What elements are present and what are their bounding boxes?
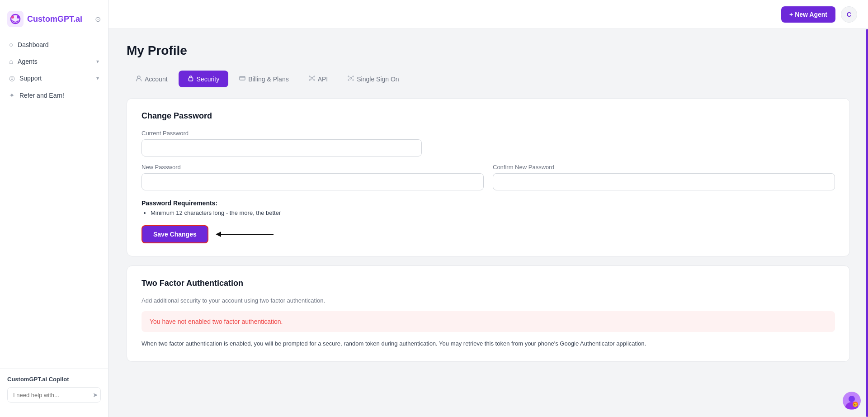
tab-api-label: API [318,76,328,83]
tab-security[interactable]: Security [179,71,229,87]
svg-line-15 [312,79,314,80]
tabs-nav: Account Security Billing [127,71,850,87]
tfa-warning-banner: You have not enabled two factor authenti… [142,311,835,332]
svg-point-24 [849,396,855,402]
sidebar-item-agents[interactable]: ⌂ Agents ▾ [0,53,108,70]
logo-icon [7,11,24,27]
dashboard-icon: ○ [9,41,13,48]
new-password-input[interactable] [142,173,484,190]
page-title: My Profile [127,43,850,58]
confirm-password-group: Confirm New Password [493,164,835,190]
change-password-title: Change Password [142,111,835,121]
tab-account-label: Account [145,76,168,83]
sidebar-item-label: Agents [18,58,38,65]
sidebar-nav: ○ Dashboard ⌂ Agents ▾ ◎ Support ▾ ✦ Ref… [0,36,108,368]
new-password-label: New Password [142,164,484,171]
sidebar-item-support[interactable]: ◎ Support ▾ [0,70,108,87]
tfa-title: Two Factor Authentication [142,279,835,288]
tab-billing[interactable]: Billing & Plans [230,71,298,87]
password-row: New Password Confirm New Password [142,164,835,190]
tab-sso-label: Single Sign On [357,76,399,83]
svg-point-18 [353,76,354,77]
refer-icon: ✦ [9,91,15,100]
user-avatar-button[interactable]: C [841,6,857,23]
logo-area[interactable]: CustomGPT.ai [7,11,82,27]
copilot-section: CustomGPT.ai Copilot ➤ [0,368,108,410]
two-factor-card: Two Factor Authentication Add additional… [127,265,850,362]
svg-point-17 [348,76,349,77]
main-content: + New Agent C My Profile Account [108,0,868,417]
sidebar-item-refer[interactable]: ✦ Refer and Earn! [0,87,108,104]
support-icon: ◎ [9,74,15,82]
copilot-title: CustomGPT.ai Copilot [7,376,101,383]
svg-point-4 [137,76,140,79]
sso-icon [348,75,354,83]
tfa-warning-text: You have not enabled two factor authenti… [150,318,283,325]
save-area: Save Changes [142,225,835,243]
page-content: My Profile Account S [108,29,868,417]
tfa-description: Add additional security to your account … [142,297,835,304]
agents-icon: ⌂ [9,57,13,65]
svg-line-14 [310,79,311,80]
sidebar: CustomGPT.ai ⊙ ○ Dashboard ⌂ Agents ▾ ◎ … [0,0,108,417]
svg-rect-0 [7,11,24,27]
confirm-password-label: Confirm New Password [493,164,835,171]
confirm-password-input[interactable] [493,173,835,190]
new-agent-button[interactable]: + New Agent [781,6,835,23]
user-photo: 😊 [843,392,861,410]
billing-icon [239,75,245,83]
svg-point-20 [353,80,354,81]
svg-point-3 [17,16,19,19]
sidebar-logo: CustomGPT.ai ⊙ [0,7,108,36]
requirement-item: Minimum 12 characters long - the more, t… [151,209,835,216]
requirements-list: Minimum 12 characters long - the more, t… [151,209,835,216]
copilot-input[interactable] [13,392,89,398]
save-changes-button[interactable]: Save Changes [142,225,208,243]
tab-security-label: Security [197,76,220,83]
svg-line-12 [310,77,311,78]
sidebar-item-dashboard[interactable]: ○ Dashboard [0,36,108,53]
account-icon [136,75,142,83]
user-avatar-corner[interactable]: 😊 [843,392,861,410]
sidebar-item-label: Dashboard [18,41,49,48]
sidebar-item-label: Refer and Earn! [19,92,64,99]
current-password-group: Current Password [142,130,835,156]
svg-rect-5 [189,78,193,81]
change-password-card: Change Password Current Password New Pas… [127,98,850,256]
new-password-group: New Password [142,164,484,190]
clock-icon[interactable]: ⊙ [95,15,101,24]
copilot-input-wrap[interactable]: ➤ [7,387,101,403]
current-password-input[interactable] [142,139,422,156]
svg-line-13 [312,77,314,78]
svg-point-19 [348,80,349,81]
svg-point-16 [350,77,352,79]
sidebar-item-label: Support [19,75,42,82]
scrollbar-accent[interactable] [866,29,868,417]
requirements-title: Password Requirements: [142,199,835,207]
chevron-down-icon: ▾ [96,75,99,81]
send-icon[interactable]: ➤ [93,391,98,398]
annotation-arrow [216,230,274,239]
tab-billing-label: Billing & Plans [248,76,289,83]
logo-text: CustomGPT.ai [27,14,82,24]
current-password-label: Current Password [142,130,835,137]
tab-api[interactable]: API [300,71,337,87]
password-requirements: Password Requirements: Minimum 12 charac… [142,199,835,216]
topbar: + New Agent C [108,0,868,29]
tab-account[interactable]: Account [127,71,177,87]
svg-point-2 [11,16,14,19]
tfa-info-text: When two factor authentication is enable… [142,339,835,349]
tab-sso[interactable]: Single Sign On [339,71,408,87]
svg-marker-22 [216,232,221,237]
api-icon [309,75,315,83]
arrow-annotation [216,230,274,239]
svg-text:😊: 😊 [853,403,858,407]
svg-rect-6 [240,76,245,80]
chevron-down-icon: ▾ [96,58,99,65]
lock-icon [188,75,194,83]
